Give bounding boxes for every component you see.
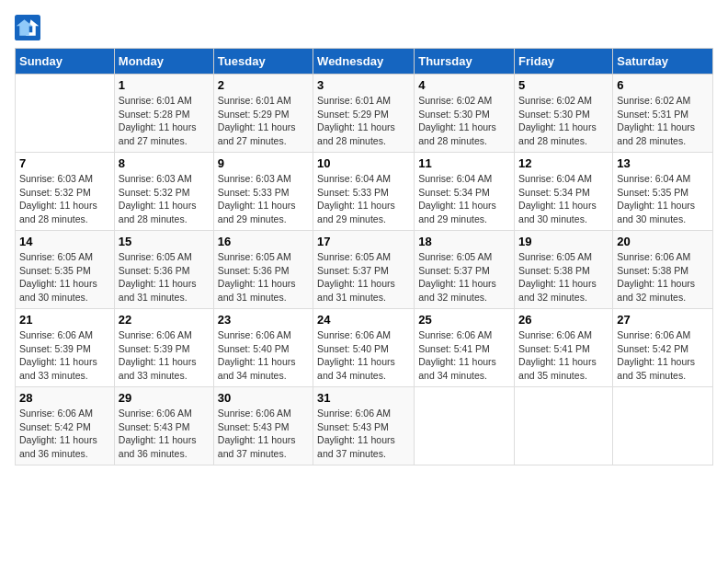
day-number: 22 (119, 313, 210, 327)
day-number: 31 (317, 391, 410, 405)
week-row-5: 28 Sunrise: 6:06 AM Sunset: 5:42 PM Dayl… (16, 387, 713, 465)
day-number: 10 (317, 156, 410, 170)
day-info: Sunrise: 6:06 AM Sunset: 5:42 PM Dayligh… (617, 328, 709, 383)
day-number: 16 (218, 235, 309, 248)
calendar-cell: 22 Sunrise: 6:06 AM Sunset: 5:39 PM Dayl… (114, 309, 213, 387)
calendar-table: SundayMondayTuesdayWednesdayThursdayFrid… (15, 48, 713, 465)
calendar-cell: 29 Sunrise: 6:06 AM Sunset: 5:43 PM Dayl… (114, 387, 213, 465)
day-number: 8 (119, 156, 210, 170)
calendar-cell: 6 Sunrise: 6:02 AM Sunset: 5:31 PM Dayli… (613, 75, 713, 153)
day-info: Sunrise: 6:01 AM Sunset: 5:28 PM Dayligh… (119, 94, 210, 148)
calendar-cell: 14 Sunrise: 6:05 AM Sunset: 5:35 PM Dayl… (16, 231, 115, 309)
day-number: 29 (119, 391, 210, 405)
day-number: 30 (218, 391, 309, 405)
header-row: SundayMondayTuesdayWednesdayThursdayFrid… (16, 49, 713, 75)
day-info: Sunrise: 6:06 AM Sunset: 5:42 PM Dayligh… (19, 407, 110, 461)
day-info: Sunrise: 6:06 AM Sunset: 5:39 PM Dayligh… (119, 328, 210, 383)
day-info: Sunrise: 6:05 AM Sunset: 5:35 PM Dayligh… (19, 250, 110, 304)
logo (15, 15, 44, 40)
calendar-cell: 26 Sunrise: 6:06 AM Sunset: 5:41 PM Dayl… (515, 309, 613, 387)
day-info: Sunrise: 6:05 AM Sunset: 5:38 PM Dayligh… (518, 250, 609, 304)
day-number: 4 (418, 78, 510, 92)
col-header-monday: Monday (114, 49, 213, 75)
calendar-cell (16, 75, 115, 153)
calendar-cell: 7 Sunrise: 6:03 AM Sunset: 5:32 PM Dayli… (16, 153, 115, 231)
col-header-sunday: Sunday (16, 49, 115, 75)
day-info: Sunrise: 6:06 AM Sunset: 5:38 PM Dayligh… (617, 250, 709, 304)
col-header-thursday: Thursday (415, 49, 515, 75)
day-number: 21 (19, 313, 110, 327)
calendar-cell: 11 Sunrise: 6:04 AM Sunset: 5:34 PM Dayl… (415, 153, 515, 231)
day-info: Sunrise: 6:06 AM Sunset: 5:40 PM Dayligh… (218, 328, 309, 383)
day-info: Sunrise: 6:01 AM Sunset: 5:29 PM Dayligh… (218, 94, 309, 148)
logo-icon (15, 15, 40, 40)
day-info: Sunrise: 6:05 AM Sunset: 5:37 PM Dayligh… (317, 250, 410, 304)
week-row-1: 1 Sunrise: 6:01 AM Sunset: 5:28 PM Dayli… (16, 75, 713, 153)
col-header-wednesday: Wednesday (313, 49, 415, 75)
day-number: 9 (218, 156, 309, 170)
calendar-cell: 12 Sunrise: 6:04 AM Sunset: 5:34 PM Dayl… (515, 153, 613, 231)
day-info: Sunrise: 6:05 AM Sunset: 5:36 PM Dayligh… (218, 250, 309, 304)
calendar-cell: 24 Sunrise: 6:06 AM Sunset: 5:40 PM Dayl… (313, 309, 415, 387)
day-number: 5 (518, 78, 609, 92)
calendar-cell: 20 Sunrise: 6:06 AM Sunset: 5:38 PM Dayl… (613, 231, 713, 309)
day-number: 27 (617, 313, 709, 327)
day-number: 28 (19, 391, 110, 405)
week-row-2: 7 Sunrise: 6:03 AM Sunset: 5:32 PM Dayli… (16, 153, 713, 231)
col-header-tuesday: Tuesday (213, 49, 313, 75)
col-header-saturday: Saturday (613, 49, 713, 75)
day-info: Sunrise: 6:05 AM Sunset: 5:36 PM Dayligh… (119, 250, 210, 304)
calendar-cell: 27 Sunrise: 6:06 AM Sunset: 5:42 PM Dayl… (613, 309, 713, 387)
day-info: Sunrise: 6:04 AM Sunset: 5:35 PM Dayligh… (617, 172, 709, 226)
calendar-cell: 4 Sunrise: 6:02 AM Sunset: 5:30 PM Dayli… (415, 75, 515, 153)
calendar-cell: 5 Sunrise: 6:02 AM Sunset: 5:30 PM Dayli… (515, 75, 613, 153)
day-number: 13 (617, 156, 709, 170)
calendar-cell: 30 Sunrise: 6:06 AM Sunset: 5:43 PM Dayl… (213, 387, 313, 465)
calendar-cell: 28 Sunrise: 6:06 AM Sunset: 5:42 PM Dayl… (16, 387, 115, 465)
day-number: 1 (119, 78, 210, 92)
calendar-cell: 10 Sunrise: 6:04 AM Sunset: 5:33 PM Dayl… (313, 153, 415, 231)
calendar-cell: 8 Sunrise: 6:03 AM Sunset: 5:32 PM Dayli… (114, 153, 213, 231)
day-number: 17 (317, 235, 410, 248)
day-number: 24 (317, 313, 410, 327)
day-number: 20 (617, 235, 709, 248)
calendar-cell: 23 Sunrise: 6:06 AM Sunset: 5:40 PM Dayl… (213, 309, 313, 387)
day-info: Sunrise: 6:02 AM Sunset: 5:31 PM Dayligh… (617, 94, 709, 148)
day-info: Sunrise: 6:06 AM Sunset: 5:43 PM Dayligh… (317, 407, 410, 461)
day-info: Sunrise: 6:04 AM Sunset: 5:34 PM Dayligh… (418, 172, 510, 226)
calendar-cell (613, 387, 713, 465)
day-number: 2 (218, 78, 309, 92)
calendar-cell: 9 Sunrise: 6:03 AM Sunset: 5:33 PM Dayli… (213, 153, 313, 231)
calendar-cell: 1 Sunrise: 6:01 AM Sunset: 5:28 PM Dayli… (114, 75, 213, 153)
calendar-cell: 16 Sunrise: 6:05 AM Sunset: 5:36 PM Dayl… (213, 231, 313, 309)
day-info: Sunrise: 6:02 AM Sunset: 5:30 PM Dayligh… (518, 94, 609, 148)
calendar-cell: 13 Sunrise: 6:04 AM Sunset: 5:35 PM Dayl… (613, 153, 713, 231)
day-number: 18 (418, 235, 510, 248)
day-number: 11 (418, 156, 510, 170)
day-info: Sunrise: 6:05 AM Sunset: 5:37 PM Dayligh… (418, 250, 510, 304)
day-number: 12 (518, 156, 609, 170)
day-number: 15 (119, 235, 210, 248)
calendar-cell: 15 Sunrise: 6:05 AM Sunset: 5:36 PM Dayl… (114, 231, 213, 309)
week-row-4: 21 Sunrise: 6:06 AM Sunset: 5:39 PM Dayl… (16, 309, 713, 387)
calendar-cell: 19 Sunrise: 6:05 AM Sunset: 5:38 PM Dayl… (515, 231, 613, 309)
calendar-cell: 3 Sunrise: 6:01 AM Sunset: 5:29 PM Dayli… (313, 75, 415, 153)
page-header (15, 15, 713, 40)
calendar-cell: 17 Sunrise: 6:05 AM Sunset: 5:37 PM Dayl… (313, 231, 415, 309)
calendar-cell (515, 387, 613, 465)
day-info: Sunrise: 6:06 AM Sunset: 5:41 PM Dayligh… (418, 328, 510, 383)
day-info: Sunrise: 6:06 AM Sunset: 5:43 PM Dayligh… (218, 407, 309, 461)
day-info: Sunrise: 6:04 AM Sunset: 5:33 PM Dayligh… (317, 172, 410, 226)
day-number: 6 (617, 78, 709, 92)
day-number: 14 (19, 235, 110, 248)
calendar-cell: 18 Sunrise: 6:05 AM Sunset: 5:37 PM Dayl… (415, 231, 515, 309)
calendar-cell: 2 Sunrise: 6:01 AM Sunset: 5:29 PM Dayli… (213, 75, 313, 153)
day-info: Sunrise: 6:06 AM Sunset: 5:43 PM Dayligh… (119, 407, 210, 461)
day-info: Sunrise: 6:06 AM Sunset: 5:41 PM Dayligh… (518, 328, 609, 383)
calendar-cell: 25 Sunrise: 6:06 AM Sunset: 5:41 PM Dayl… (415, 309, 515, 387)
day-number: 25 (418, 313, 510, 327)
day-info: Sunrise: 6:03 AM Sunset: 5:32 PM Dayligh… (19, 172, 110, 226)
day-info: Sunrise: 6:03 AM Sunset: 5:33 PM Dayligh… (218, 172, 309, 226)
day-number: 26 (518, 313, 609, 327)
calendar-cell (415, 387, 515, 465)
